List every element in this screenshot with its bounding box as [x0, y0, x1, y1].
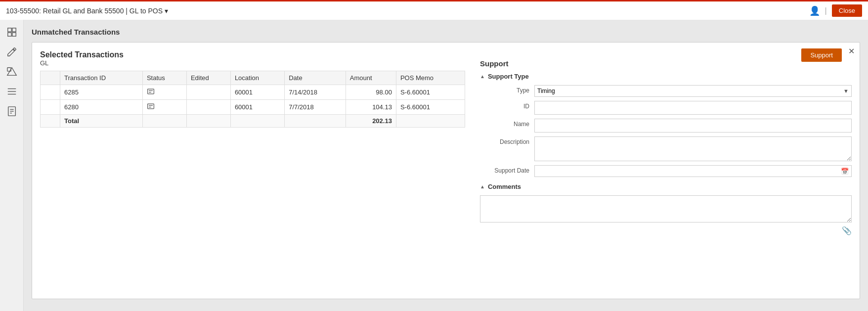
support-date-input[interactable] [534, 165, 852, 177]
total-empty4 [230, 115, 284, 128]
col-edited: Edited [186, 71, 230, 85]
page-title: Unmatched Transactions [32, 28, 860, 36]
title-dropdown-icon[interactable]: ▾ [165, 7, 168, 15]
col-location: Location [230, 71, 284, 85]
row-date: 7/14/2018 [285, 85, 346, 100]
comments-input[interactable] [480, 195, 852, 222]
row-pos-memo: S-6.60001 [396, 100, 465, 115]
col-date: Date [285, 71, 346, 85]
row-transaction-id: 6280 [60, 100, 143, 115]
collapse-icon[interactable]: ▲ [480, 74, 485, 79]
support-title: Support [480, 59, 852, 68]
title-text: 103-55500: Retail GL and Bank 55500 | GL… [6, 7, 163, 15]
sidebar [0, 20, 24, 311]
support-type-header: ▲ Support Type [480, 73, 852, 80]
attachment-icon[interactable]: 📎 [480, 226, 852, 235]
modal-close-button[interactable]: ✕ [848, 46, 855, 56]
status-icon [147, 102, 155, 110]
separator: | [825, 6, 827, 15]
row-amount: 98.00 [346, 85, 396, 100]
table-row: 6280 60001 7/7/2 [41, 100, 465, 115]
type-select-wrapper: Timing Correction Adjustment ▼ [534, 85, 852, 97]
type-label: Type [480, 85, 534, 94]
description-input[interactable] [534, 136, 852, 161]
sidebar-icon-report[interactable] [3, 103, 20, 120]
total-row: Total 202.13 [41, 115, 465, 128]
close-button[interactable]: Close [832, 4, 862, 17]
type-row: Type Timing Correction Adjustment ▼ [480, 85, 852, 97]
total-empty6 [396, 115, 465, 128]
modal-panel: ✕ Support Selected Transactions GL Trans… [32, 42, 860, 299]
comments-collapse-icon[interactable]: ▲ [480, 184, 485, 189]
col-status: Status [142, 71, 186, 85]
sidebar-icon-list[interactable] [3, 83, 20, 100]
transactions-table: Transaction ID Status Edited Location Da… [40, 71, 465, 128]
total-empty [41, 115, 60, 128]
row-amount: 104.13 [346, 100, 396, 115]
row-select[interactable] [41, 85, 60, 100]
svg-rect-3 [12, 33, 15, 36]
row-status [142, 100, 186, 115]
sidebar-icon-dashboard[interactable] [3, 24, 20, 41]
svg-rect-13 [148, 89, 154, 94]
status-icon [147, 88, 155, 95]
col-amount: Amount [346, 71, 396, 85]
app-title: 103-55500: Retail GL and Bank 55500 | GL… [6, 7, 168, 15]
user-icon[interactable]: 👤 [809, 5, 820, 16]
gl-label: GL [40, 59, 465, 67]
type-select[interactable]: Timing Correction Adjustment [534, 85, 852, 97]
total-empty3 [186, 115, 230, 128]
total-label: Total [60, 115, 143, 128]
comments-header: ▲ Comments [480, 183, 852, 190]
svg-rect-2 [7, 33, 11, 36]
row-location: 60001 [230, 85, 284, 100]
col-transaction-id: Transaction ID [60, 71, 143, 85]
row-select[interactable] [41, 100, 60, 115]
two-col-layout: GL Transaction ID Status Edited Location… [40, 59, 852, 235]
top-bar-actions: 👤 | Close [809, 4, 862, 17]
total-empty2 [142, 115, 186, 128]
top-bar: 103-55500: Retail GL and Bank 55500 | GL… [0, 0, 868, 20]
support-date-row: Support Date 📅 [480, 165, 852, 177]
row-transaction-id: 6285 [60, 85, 143, 100]
description-label: Description [480, 136, 534, 145]
support-type-label: Support Type [488, 73, 529, 80]
row-status [142, 85, 186, 100]
col-checkbox [41, 71, 60, 85]
id-input[interactable] [534, 101, 852, 115]
description-row: Description [480, 136, 852, 161]
support-date-label: Support Date [480, 165, 534, 174]
col-pos-memo: POS Memo [396, 71, 465, 85]
comments-label: Comments [488, 183, 521, 190]
row-date: 7/7/2018 [285, 100, 346, 115]
total-amount: 202.13 [346, 115, 396, 128]
row-location: 60001 [230, 100, 284, 115]
main-container: Unmatched Transactions ✕ Support Selecte… [0, 20, 868, 311]
sidebar-icon-shapes[interactable] [3, 63, 20, 80]
name-label: Name [480, 119, 534, 128]
support-panel: Support ▲ Support Type Type Timing Corre… [475, 59, 852, 235]
id-label: ID [480, 101, 534, 110]
date-wrapper: 📅 [534, 165, 852, 177]
row-edited [186, 85, 230, 100]
svg-rect-1 [12, 28, 15, 32]
name-input[interactable] [534, 119, 852, 133]
gl-section: GL Transaction ID Status Edited Location… [40, 59, 465, 235]
name-row: Name [480, 119, 852, 133]
content-area: Unmatched Transactions ✕ Support Selecte… [24, 20, 868, 311]
comments-section: ▲ Comments 📎 [480, 183, 852, 235]
svg-rect-16 [148, 104, 154, 109]
total-empty5 [285, 115, 346, 128]
svg-rect-0 [7, 28, 11, 32]
row-edited [186, 100, 230, 115]
modal-title: Selected Transactions [40, 50, 852, 59]
id-row: ID [480, 101, 852, 115]
table-row: 6285 60001 7/14/ [41, 85, 465, 100]
row-pos-memo: S-6.60001 [396, 85, 465, 100]
sidebar-icon-edit[interactable] [3, 44, 20, 60]
support-button[interactable]: Support [801, 48, 842, 62]
